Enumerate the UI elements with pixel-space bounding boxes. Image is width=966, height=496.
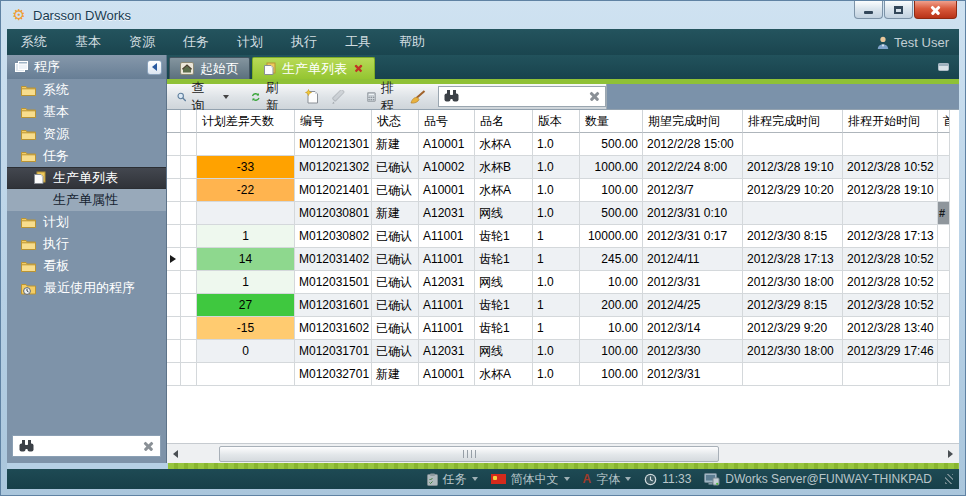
grid-header-col-7[interactable]: 期望完成时间 [643,110,743,133]
sidebar-item[interactable]: 生产单属性 [7,189,166,211]
grid-cell-qty: 10.00 [580,317,643,340]
grid-header-col-3[interactable]: 品号 [419,110,475,133]
current-row-indicator-icon [170,255,176,263]
grid-header-col-2[interactable]: 状态 [372,110,419,133]
toolbar-search-input[interactable] [465,90,583,104]
grid-header-col-9[interactable]: 排程开始时间 [843,110,938,133]
user-box[interactable]: Test User [877,35,949,50]
grid-row-gutter[interactable] [167,156,181,179]
grid-header-col-4[interactable]: 品名 [475,110,533,133]
grid-cell-part_no: A12031 [419,202,475,225]
menu-bar-items: 系统基本资源任务计划执行工具帮助 [7,29,439,55]
grid-cell-expect: 2012/3/30 [643,340,743,363]
sidebar-search-input[interactable] [40,439,137,453]
grid-row-gutter[interactable] [167,248,181,271]
grid-row-gutter[interactable] [167,317,181,340]
grid-row-gutter[interactable] [167,225,181,248]
grid-header-col-6[interactable]: 数量 [580,110,643,133]
sidebar-item[interactable]: 生产单列表 [7,167,166,189]
grid-row-gutter[interactable] [167,363,181,386]
menu-item-0[interactable]: 系统 [7,29,61,55]
grid-cell-blank [181,133,197,156]
menu-bar: 系统基本资源任务计划执行工具帮助 Test User [7,29,959,55]
grid-cell-code: M012021301 [295,133,372,156]
scroll-right-button[interactable] [942,445,959,463]
sidebar-item[interactable]: 系统 [7,79,166,101]
menu-item-2[interactable]: 资源 [115,29,169,55]
scrollbar-thumb[interactable] [219,446,719,462]
close-button[interactable] [914,1,957,19]
menu-item-4[interactable]: 计划 [223,29,277,55]
sidebar-item[interactable]: 基本 [7,101,166,123]
folder-icon [21,106,36,118]
sidebar-search-clear-icon[interactable] [143,441,154,452]
grid-header-gutter[interactable] [167,110,181,133]
status-task-menu[interactable]: 任务 [427,471,478,488]
grid-row-gutter[interactable] [167,340,181,363]
edit-button[interactable] [327,88,349,106]
grid-header-col-5[interactable]: 版本 [533,110,580,133]
maximize-button[interactable] [884,1,913,19]
window-list-icon[interactable] [935,60,951,73]
grid-cell-part_no: A10002 [419,156,475,179]
grid-header-col-1[interactable]: 编号 [295,110,372,133]
new-button[interactable] [301,87,323,106]
grid-cell-status: 已确认 [372,294,419,317]
font-icon: A [583,472,592,486]
toolbar-search-clear-icon[interactable] [589,91,600,102]
sidebar-item[interactable]: 资源 [7,123,166,145]
grid-cell-code: M012030802 [295,225,372,248]
sidebar-item[interactable]: 最近使用的程序 [7,277,166,299]
menu-item-7[interactable]: 帮助 [385,29,439,55]
grid-cell-expect: 2012/2/24 8:00 [643,156,743,179]
status-language-menu[interactable]: 简体中文 [491,471,570,488]
grid-cell-qty: 200.00 [580,294,643,317]
menu-item-1[interactable]: 基本 [61,29,115,55]
statusbar-grip-icon [945,474,953,484]
grid-header-blank[interactable] [181,110,197,133]
grid-cell-version: 1 [533,225,580,248]
grid-cell-version: 1.0 [533,271,580,294]
grid-row-gutter[interactable] [167,133,181,156]
query-dropdown[interactable] [217,93,233,101]
grid-header-col-8[interactable]: 排程完成时间 [743,110,843,133]
status-font-menu[interactable]: A 字体 [583,471,632,488]
grid-header-partial[interactable]: 首 [938,110,950,133]
grid-row-gutter[interactable] [167,202,181,225]
grid-cell-sched_start [843,363,938,386]
grid-row-gutter[interactable] [167,294,181,317]
sidebar-collapse-button[interactable] [147,60,162,75]
clear-button[interactable] [406,88,430,106]
grid-row-gutter[interactable] [167,179,181,202]
tab-home[interactable]: 起始页 [169,57,250,79]
refresh-icon [251,90,260,104]
sidebar-item[interactable]: 计划 [7,211,166,233]
grid-cell-qty: 1000.00 [580,156,643,179]
grid-cell-part_name: 水杯A [475,133,533,156]
tab-production-order-list[interactable]: 生产单列表 [252,57,375,79]
menu-item-3[interactable]: 任务 [169,29,223,55]
close-icon [930,4,941,15]
grid-cell-sched_end: 2012/3/29 8:15 [743,294,843,317]
grid-cell-diff: -22 [197,179,295,202]
menu-item-5[interactable]: 执行 [277,29,331,55]
grid-header-col-0[interactable]: 计划差异天数 [197,110,295,133]
grid-cell-blank [181,271,197,294]
tab-close-icon[interactable] [354,64,363,73]
horizontal-scrollbar[interactable] [167,443,959,463]
grid-cell-version: 1 [533,317,580,340]
toolbar: 查询 刷新 [167,84,959,110]
menu-item-6[interactable]: 工具 [331,29,385,55]
scroll-left-button[interactable] [167,445,184,463]
grid-cell-sched_start: 2012/3/29 17:46 [843,340,938,363]
minimize-button[interactable] [854,1,883,19]
grid-cell-expect: 2012/3/14 [643,317,743,340]
sidebar-item[interactable]: 看板 [7,255,166,277]
grid-cell-code: M012031501 [295,271,372,294]
sidebar-item[interactable]: 执行 [7,233,166,255]
grid-row-gutter[interactable] [167,271,181,294]
app-gear-icon: ⚙ [11,7,27,23]
grid-cell-code: M012031601 [295,294,372,317]
sidebar-item[interactable]: 任务 [7,145,166,167]
grid-cell-version: 1.0 [533,363,580,386]
